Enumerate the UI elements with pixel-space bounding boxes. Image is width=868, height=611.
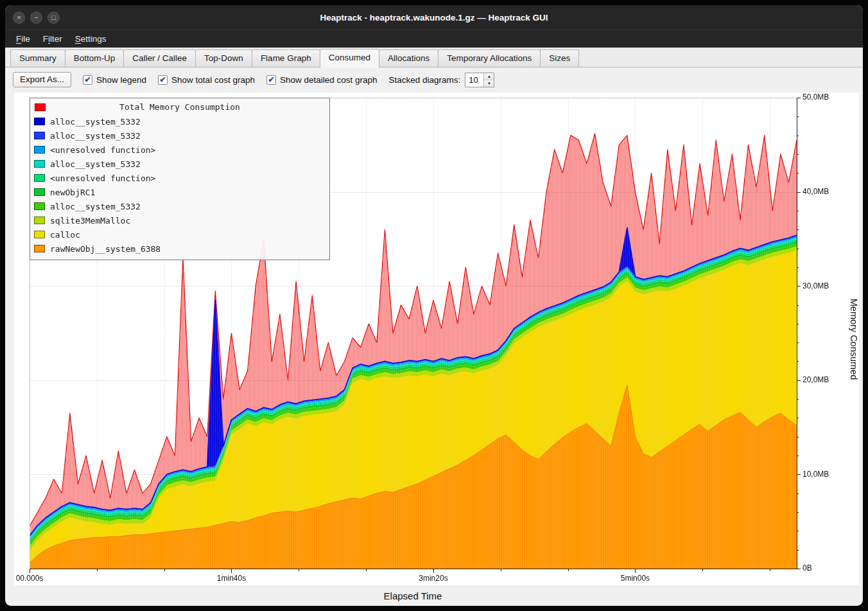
legend-swatch [34, 132, 45, 139]
close-icon: × [17, 14, 21, 21]
legend-item: alloc__system_5332 [34, 128, 326, 143]
x-axis-title: Elapsed Time [14, 585, 812, 606]
show-detailed-cost-label: Show detailed cost graph [280, 75, 378, 85]
close-button[interactable]: × [13, 12, 25, 24]
legend-label: sqlite3MemMalloc [50, 216, 130, 226]
show-total-cost-label: Show total cost graph [171, 75, 255, 85]
tab-bottom-up[interactable]: Bottom-Up [65, 49, 125, 67]
menu-bar: File Filter Settings [5, 30, 863, 48]
legend-item: <unresolved function> [34, 143, 326, 157]
legend-item: newObjRC1 [34, 185, 326, 199]
window-controls: × − □ [13, 5, 60, 30]
legend-swatch [34, 202, 45, 210]
minimize-button[interactable]: − [30, 12, 42, 24]
menu-file[interactable]: File [10, 32, 36, 46]
legend-label: alloc__system_5332 [50, 117, 141, 127]
stacked-diagrams-value[interactable]: 10 [465, 73, 483, 87]
chevron-up-icon: ▲ [487, 74, 491, 78]
tab-consumed[interactable]: Consumed [320, 49, 379, 67]
legend-item: <unresolved function> [34, 171, 326, 185]
checkbox-checked-icon: ✔ [158, 75, 168, 85]
legend-swatch [34, 118, 45, 125]
legend-item: calloc [34, 227, 326, 242]
legend-label: alloc__system_5332 [50, 159, 141, 169]
window-title: Heaptrack - heaptrack.wakunode.1.gz — He… [5, 13, 863, 22]
legend-item: alloc__system_5332 [34, 114, 326, 128]
legend-swatch [34, 146, 45, 154]
app-window: × − □ Heaptrack - heaptrack.wakunode.1.g… [5, 5, 863, 606]
stacked-diagrams-control: Stacked diagrams: 10 ▲ ▼ [389, 73, 495, 87]
menu-settings[interactable]: Settings [69, 32, 112, 46]
chevron-down-icon: ▼ [487, 81, 491, 85]
legend-title: Total Memory Consumption [34, 100, 326, 114]
legend-swatch [34, 245, 45, 252]
legend-label: alloc__system_5332 [50, 202, 141, 211]
checkbox-checked-icon: ✔ [266, 75, 276, 85]
legend-swatch [34, 231, 45, 238]
tab-top-down[interactable]: Top-Down [195, 49, 252, 67]
legend-label: <unresolved function> [50, 173, 155, 183]
show-legend-checkbox[interactable]: ✔ Show legend [83, 75, 146, 85]
legend-title-row: Total Memory Consumption [34, 100, 326, 114]
tab-bar: Summary Bottom-Up Caller / Callee Top-Do… [5, 48, 863, 67]
spin-down-button[interactable]: ▼ [484, 80, 494, 87]
stacked-diagrams-label: Stacked diagrams: [389, 75, 461, 85]
legend-item: rawNewObj__system_6388 [34, 242, 326, 256]
legend-label: newObjRC1 [50, 188, 95, 197]
legend-swatch [34, 217, 45, 224]
legend-label: calloc [50, 230, 80, 240]
tab-caller-callee[interactable]: Caller / Callee [123, 49, 196, 67]
show-total-cost-checkbox[interactable]: ✔ Show total cost graph [158, 75, 255, 85]
legend-swatch [34, 160, 45, 168]
spinner-buttons: ▲ ▼ [483, 73, 494, 87]
show-detailed-cost-checkbox[interactable]: ✔ Show detailed cost graph [266, 75, 378, 85]
menu-filter[interactable]: Filter [37, 32, 68, 46]
chart-toolbar: Export As... ✔ Show legend ✔ Show total … [5, 67, 863, 91]
tab-temporary-allocations[interactable]: Temporary Allocations [438, 49, 541, 67]
legend-item: sqlite3MemMalloc [34, 213, 326, 227]
tab-allocations[interactable]: Allocations [379, 49, 438, 67]
stacked-diagrams-spinbox[interactable]: 10 ▲ ▼ [465, 73, 494, 87]
legend-label: <unresolved function> [50, 145, 155, 155]
title-bar: × − □ Heaptrack - heaptrack.wakunode.1.g… [5, 5, 863, 30]
legend-label: rawNewObj__system_6388 [50, 244, 161, 254]
legend-swatch-total [35, 103, 46, 111]
maximize-icon: □ [51, 14, 56, 21]
legend-item: alloc__system_5332 [34, 157, 326, 171]
tab-summary[interactable]: Summary [10, 49, 65, 67]
show-legend-label: Show legend [96, 75, 146, 85]
checkbox-checked-icon: ✔ [83, 75, 92, 85]
legend-label: alloc__system_5332 [50, 131, 141, 141]
maximize-button[interactable]: □ [48, 12, 60, 24]
y-axis-title: Memory Consumed [849, 298, 859, 380]
tab-sizes[interactable]: Sizes [540, 49, 579, 67]
spin-up-button[interactable]: ▲ [484, 73, 494, 80]
tab-flame-graph[interactable]: Flame Graph [252, 49, 320, 67]
export-as-button[interactable]: Export As... [13, 72, 71, 87]
chart-area: Total Memory Consumption alloc__system_5… [14, 93, 859, 585]
legend-swatch [34, 188, 45, 196]
legend-swatch [34, 174, 45, 182]
legend-item: alloc__system_5332 [34, 199, 326, 213]
minimize-icon: − [34, 14, 38, 21]
chart-legend: Total Memory Consumption alloc__system_5… [30, 98, 330, 260]
